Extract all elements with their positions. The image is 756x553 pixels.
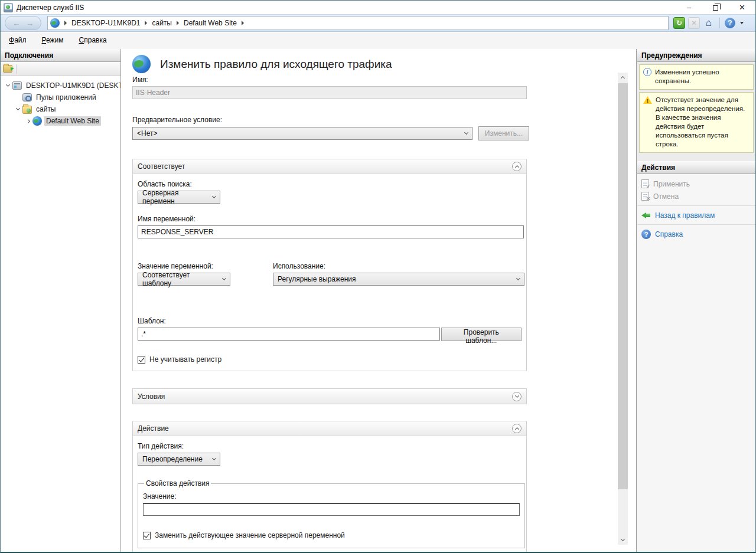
pattern-field[interactable] [138,328,440,341]
server-icon [12,81,22,90]
precondition-value: <Нет> [137,129,157,138]
connections-header: Подключения [1,49,120,62]
rule-name-field[interactable] [132,86,527,99]
expander-icon[interactable] [15,106,19,110]
window-title: Диспетчер служб IIS [17,4,84,12]
navigation-bar: ← → DESKTOP-U1MK9D1 сайты Default Web Si… [1,14,755,32]
chevron-down-icon [464,130,468,135]
tree-item-sites[interactable]: сайты [1,103,120,115]
warning-icon [643,96,652,104]
replace-value-label: Заменить действующее значение серверной … [155,531,345,539]
help-dropdown-icon[interactable] [740,22,744,24]
conditions-section-header[interactable]: Условия [133,389,526,404]
variable-value: Соответствует шаблону [142,271,218,287]
scrollbar-thumb[interactable] [618,83,628,489]
scroll-down-icon[interactable] [618,535,628,545]
breadcrumb-item-server[interactable]: DESKTOP-U1MK9D1 [71,19,140,27]
title-bar: Диспетчер служб IIS – ✕ [1,1,755,14]
vertical-scrollbar[interactable] [618,73,628,545]
alerts-area: i Изменения успешно сохранены. Отсутству… [637,62,755,159]
nav-back-forward: ← → [5,16,41,30]
tree-item-default-web-site[interactable]: Default Web Site [1,115,120,127]
save-connections-icon[interactable] [3,65,12,73]
apply-button[interactable]: ✓ Применить [637,178,755,190]
breadcrumb-arrow-icon[interactable] [64,21,67,25]
breadcrumb-item-site[interactable]: Default Web Site [184,19,237,27]
back-to-rules-link[interactable]: Назад к правилам [637,209,755,221]
help-icon[interactable]: ? [725,18,735,28]
forward-button[interactable]: → [26,19,34,28]
toolbar-separator [719,18,720,28]
variable-value-label: Значение переменной: [138,262,230,270]
scope-dropdown[interactable]: Серверная переменн [138,191,220,204]
tree-item-label: сайты [34,104,58,114]
action-value-field[interactable] [143,503,520,516]
replace-value-checkbox[interactable] [143,532,151,539]
using-value: Регулярные выражения [278,275,356,283]
info-icon: i [643,68,651,76]
close-button[interactable]: ✕ [729,1,755,14]
variable-name-label: Имя переменной: [138,215,522,223]
stop-icon[interactable]: ✕ [688,17,700,29]
home-icon[interactable]: ⌂ [703,17,715,29]
apply-icon: ✓ [641,179,649,188]
name-label: Имя: [132,76,529,84]
address-bar[interactable]: DESKTOP-U1MK9D1 сайты Default Web Site [47,16,669,30]
chevron-down-icon [516,276,520,280]
chevron-down-icon [222,276,226,280]
breadcrumb-arrow-icon[interactable] [177,21,179,25]
scope-label: Область поиска: [138,180,522,188]
action-properties-legend: Свойства действия [144,479,211,487]
menu-view[interactable]: Режим [42,36,64,44]
alert-text: Изменения успешно сохранены. [655,68,750,86]
tree-item-label: DESKTOP-U1MK9D1 (DESKTOP [24,81,120,90]
collapse-icon[interactable] [512,162,522,171]
variable-name-field[interactable] [138,225,524,238]
cancel-label: Отмена [653,192,679,201]
match-section: Соответствует Область поиска: Серверная … [132,159,527,371]
expander-icon[interactable] [5,83,9,87]
page-title: Изменить правило для исходящего трафика [160,58,392,71]
test-pattern-button[interactable]: Проверить шаблон... [441,328,522,341]
help-link[interactable]: ? Справка [637,228,755,240]
toolbar-separator [16,64,17,74]
ignore-case-checkbox[interactable] [138,356,145,364]
restore-button[interactable] [702,1,729,14]
action-type-dropdown[interactable]: Переопределение [138,453,220,466]
alert-warning: Отсутствует значение для действия переоп… [639,92,754,153]
chevron-down-icon [212,456,216,460]
back-arrow-icon [641,212,651,219]
breadcrumb-arrow-icon[interactable] [145,21,147,25]
tree-item-server[interactable]: DESKTOP-U1MK9D1 (DESKTOP [1,80,120,91]
tree-item-app-pools[interactable]: Пулы приложений [1,91,120,103]
globe-icon [50,18,60,28]
breadcrumb-arrow-icon[interactable] [242,21,244,25]
edit-precondition-button[interactable]: Изменить... [478,126,529,140]
match-section-title: Соответствует [138,162,185,171]
match-section-header[interactable]: Соответствует [133,159,526,174]
breadcrumb-item-sites[interactable]: сайты [152,19,172,27]
cancel-button[interactable]: ✕ Отмена [637,190,755,202]
precondition-label: Предварительное условие: [132,116,529,124]
expander-icon[interactable] [25,119,30,123]
menu-help[interactable]: Справка [79,36,107,44]
iis-manager-window: { "window": { "title": "Диспетчер служб … [0,0,756,553]
expand-icon[interactable] [512,392,522,401]
back-button[interactable]: ← [12,19,20,28]
using-dropdown[interactable]: Регулярные выражения [273,273,524,286]
menu-file[interactable]: Файл [9,36,27,44]
collapse-icon[interactable] [512,424,522,433]
tree-item-label: Default Web Site [44,116,101,126]
variable-value-dropdown[interactable]: Соответствует шаблону [138,273,230,286]
scroll-up-icon[interactable] [618,73,628,83]
feature-globe-icon [132,55,151,73]
minimize-button[interactable]: – [676,1,702,14]
main-content: Изменить правило для исходящего трафика … [122,49,637,552]
action-section-header[interactable]: Действие [133,421,526,436]
action-type-value: Переопределение [142,455,203,463]
help-label: Справка [655,230,683,238]
help-icon: ? [641,230,651,239]
precondition-dropdown[interactable]: <Нет> [132,127,472,140]
refresh-icon[interactable]: ↻ [673,17,685,29]
alert-text: Отсутствует значение для действия переоп… [656,96,750,149]
